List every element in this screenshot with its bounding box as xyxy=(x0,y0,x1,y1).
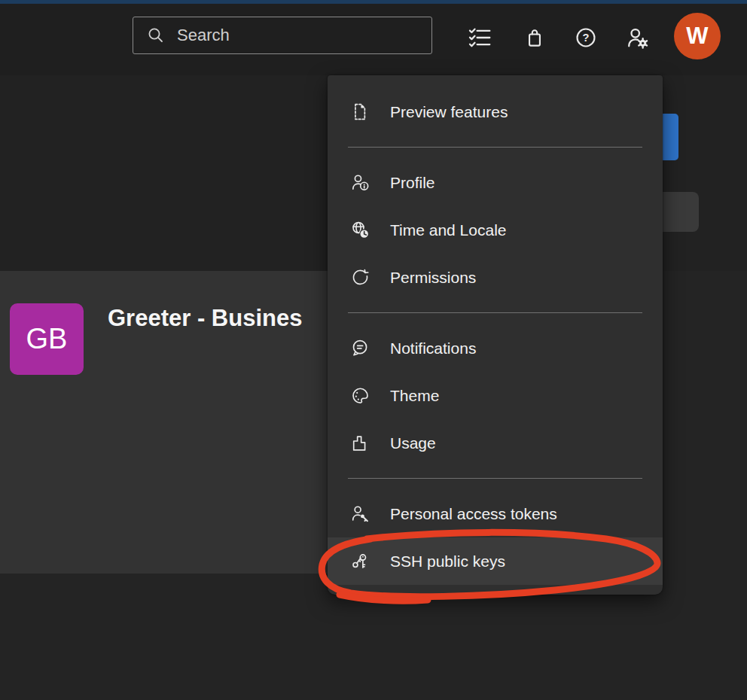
help-icon: ? xyxy=(574,26,598,50)
menu-separator xyxy=(348,147,642,148)
usage-icon xyxy=(350,433,370,453)
menu-item-label: Usage xyxy=(390,434,436,452)
tasklist-button[interactable] xyxy=(463,21,496,54)
user-avatar[interactable]: W xyxy=(674,13,721,59)
profile-icon xyxy=(350,172,370,193)
menu-item-theme[interactable]: Theme xyxy=(328,372,663,419)
user-settings-button[interactable] xyxy=(620,21,654,54)
app-window: GB Greeter - Busines ? xyxy=(0,0,747,700)
menu-item-label: Time and Locale xyxy=(390,221,506,239)
marketplace-bag-icon xyxy=(523,25,547,50)
search-box[interactable] xyxy=(133,17,432,54)
menu-item-time-and-locale[interactable]: Time and Locale xyxy=(328,206,663,254)
menu-item-usage[interactable]: Usage xyxy=(328,419,663,467)
menu-separator xyxy=(348,478,642,479)
menu-item-label: Personal access tokens xyxy=(390,505,557,523)
menu-item-label: Profile xyxy=(390,174,435,192)
help-button[interactable]: ? xyxy=(569,21,602,54)
menu-item-personal-access-tokens[interactable]: Personal access tokens xyxy=(328,490,663,537)
project-title: Greeter - Busines xyxy=(108,305,328,335)
tasklist-icon xyxy=(465,25,494,50)
menu-item-permissions[interactable]: Permissions xyxy=(328,254,663,301)
menu-item-label: SSH public keys xyxy=(390,552,505,571)
ssh-public-keys-icon xyxy=(350,551,370,571)
marketplace-button[interactable] xyxy=(518,21,551,54)
menu-item-label: Theme xyxy=(390,387,439,405)
menu-item-ssh-public-keys[interactable]: SSH public keys xyxy=(328,537,663,585)
window-accent-strip xyxy=(0,0,747,4)
search-icon xyxy=(147,26,165,44)
menu-item-profile[interactable]: Profile xyxy=(328,159,663,206)
user-settings-icon xyxy=(624,25,650,50)
notifications-icon xyxy=(350,338,370,358)
menu-separator xyxy=(348,312,642,313)
project-avatar-tile: GB xyxy=(10,303,84,375)
menu-item-label: Permissions xyxy=(390,269,476,287)
personal-access-tokens-icon xyxy=(350,504,370,524)
time-locale-icon xyxy=(350,220,370,240)
user-settings-menu: Preview features Profile Time and xyxy=(328,75,663,595)
preview-features-icon xyxy=(350,102,370,122)
menu-item-label: Preview features xyxy=(390,103,508,121)
menu-item-preview-features[interactable]: Preview features xyxy=(328,88,663,135)
svg-text:?: ? xyxy=(583,32,590,44)
search-input[interactable] xyxy=(175,25,404,46)
permissions-icon xyxy=(350,267,370,288)
menu-item-notifications[interactable]: Notifications xyxy=(328,324,663,372)
theme-icon xyxy=(350,385,370,406)
menu-item-label: Notifications xyxy=(390,339,476,358)
